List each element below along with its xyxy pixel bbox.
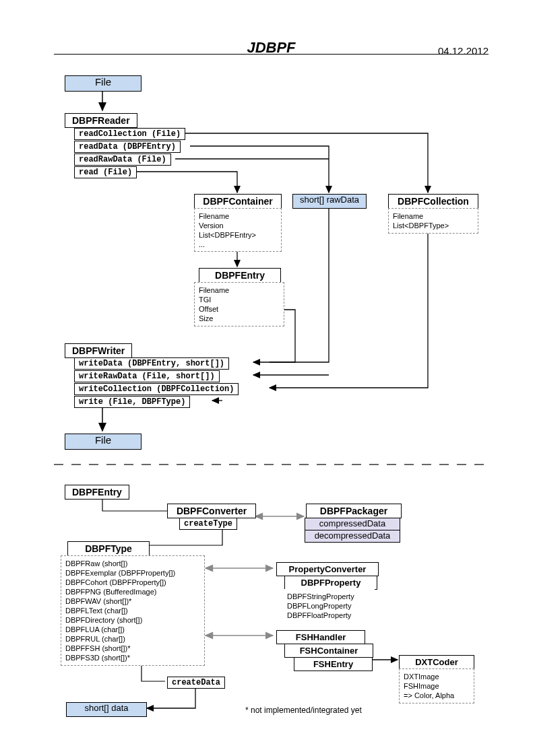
fshentry-title: FSHEntry xyxy=(294,657,373,671)
decompressed-data: decompressedData xyxy=(305,530,400,543)
dbpfentry-title: DBPFEntry xyxy=(199,268,281,283)
fshhandler-title: FSHHandler xyxy=(276,630,365,644)
dbpfentry-attrs: Filename TGI Offset Size xyxy=(194,282,284,327)
writer-method-1: writeRawData (File, short[]) xyxy=(74,370,220,382)
page-header: JDBPF 04.12.2012 xyxy=(54,34,489,55)
reader-method-2: readRawData (File) xyxy=(74,153,171,166)
createtype-method: createType xyxy=(179,518,237,530)
reader-method-0: readCollection (File) xyxy=(74,128,185,140)
dbpfentry2-title: DBPFEntry xyxy=(65,485,129,500)
dbpfcollection-title: DBPFCollection xyxy=(388,194,478,209)
page-title: JDBPF xyxy=(247,39,295,57)
writer-method-0: writeData (DBPFEntry, short[]) xyxy=(74,357,229,370)
fshcontainer-title: FSHContainer xyxy=(284,644,373,658)
reader-method-1: readData (DBPFEntry) xyxy=(74,141,181,153)
rawdata-node: short[] rawData xyxy=(292,194,367,209)
dbpfcontainer-title: DBPFContainer xyxy=(194,194,282,209)
compressed-data: compressedData xyxy=(305,518,400,530)
dbpfcontainer-attrs: Filename Version List<DBPFEntry> ... xyxy=(194,208,282,252)
page-date: 04.12.2012 xyxy=(438,45,489,57)
shortdata-node: short[] data xyxy=(66,702,147,717)
dbpfprop-attrs: DBPFStringProperty DBPFLongProperty DBPF… xyxy=(283,589,375,623)
dxtcoder-title: DXTCoder xyxy=(399,655,474,669)
file-node-bottom: File xyxy=(65,434,141,450)
dbpfconverter-title: DBPFConverter xyxy=(167,504,256,518)
dbpfwriter-title: DBPFWriter xyxy=(65,343,132,358)
writer-method-2: writeCollection (DBPFCollection) xyxy=(74,383,239,395)
writer-method-3: write (File, DBPFType) xyxy=(74,396,190,408)
propconv-title: PropertyConverter xyxy=(276,562,379,576)
dbpftype-list: DBPFRaw (short[]) DBPFExemplar (DBPFProp… xyxy=(61,555,205,666)
diagram-canvas: File DBPFReader readCollection (File) re… xyxy=(54,67,485,727)
createdata-method: createData xyxy=(167,677,225,689)
dbpfreader-title: DBPFReader xyxy=(65,113,137,128)
dxtcoder-attrs: DXTImage FSHImage => Color, Alpha xyxy=(399,668,474,703)
dbpftype-title: DBPFType xyxy=(67,541,150,556)
reader-method-3: read (File) xyxy=(74,166,137,178)
dbpfprop-title: DBPFProperty xyxy=(284,576,377,590)
dbpfcollection-attrs: Filename List<DBPFType> xyxy=(388,208,478,234)
file-node-top: File xyxy=(65,75,141,92)
footnote: * not implemented/integrated yet xyxy=(245,706,362,715)
dbpfpackager-title: DBPFPackager xyxy=(306,504,402,518)
